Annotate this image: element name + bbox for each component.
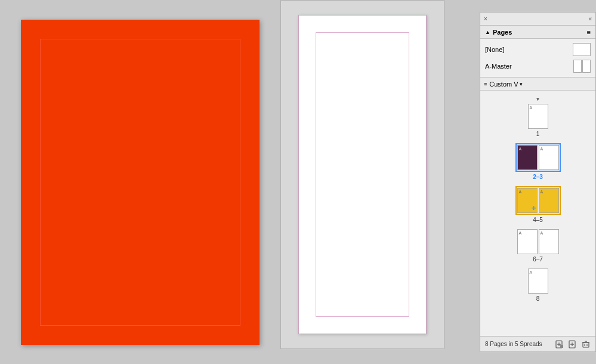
svg-rect-7 — [583, 343, 589, 347]
page-8-a-label: A — [530, 270, 533, 274]
spread-2-3-label: 2–3 — [533, 174, 543, 180]
master-item-none[interactable]: [None] — [480, 41, 595, 58]
left-canvas — [0, 0, 280, 364]
page-5-a-label: A — [541, 190, 543, 194]
panel-bottom-bar: 8 Pages in 5 Spreads — [480, 336, 595, 351]
master-none-label: [None] — [485, 46, 570, 53]
view-label-icon: ≡ — [484, 81, 487, 87]
spread-6-7-label: 6–7 — [533, 256, 543, 263]
page-3-a-label: A — [541, 147, 543, 151]
spread-4-5-thumbs: A ✛ A — [515, 186, 561, 215]
master-a-label: A-Master — [485, 63, 573, 70]
pages-panel: × « ▲ Pages ≡ [None] A-Master ≡ Custom V… — [480, 12, 596, 352]
panel-top-bar: × « — [480, 13, 595, 26]
spread-6-7: A A 6–7 — [480, 226, 595, 265]
bottom-bar-icons — [555, 340, 591, 349]
page-thumb-2[interactable]: A — [517, 145, 538, 170]
orange-page-margin — [40, 39, 240, 326]
delete-page-button[interactable] — [581, 340, 591, 349]
spread-2-3-thumbs: A A — [515, 143, 561, 172]
page-7-a-label: A — [541, 231, 543, 235]
spread-2-3: A A 2–3 — [480, 140, 595, 183]
master-a-thumb-right — [582, 60, 591, 73]
cursor-indicator: ✛ — [532, 205, 536, 211]
master-a-thumb-left — [573, 60, 582, 73]
panel-title: Pages — [493, 29, 512, 36]
new-master-page-button[interactable] — [555, 340, 564, 349]
page-thumb-1[interactable]: A — [528, 104, 548, 129]
spread-8-label: 8 — [536, 295, 540, 302]
page-thumb-4[interactable]: A ✛ — [517, 188, 538, 213]
page-thumb-3[interactable]: A — [539, 145, 559, 170]
pages-section: ▼ A 1 A A 2–3 A — [480, 91, 595, 336]
page-thumb-8[interactable]: A — [528, 269, 548, 294]
page-2-a-label: A — [519, 147, 522, 151]
spread-1-thumbs: A — [528, 104, 548, 129]
white-page — [298, 15, 427, 334]
view-label-text: Custom V — [489, 81, 518, 88]
page-thumb-6[interactable]: A — [517, 229, 538, 254]
panel-menu-icon[interactable]: ≡ — [587, 29, 591, 36]
masters-section: [None] A-Master — [480, 39, 595, 78]
master-item-a[interactable]: A-Master — [480, 58, 595, 75]
panel-collapse-button[interactable]: « — [588, 16, 592, 22]
page-6-a-label: A — [519, 231, 522, 235]
pages-count-text: 8 Pages in 5 Spreads — [485, 341, 555, 347]
new-page-button[interactable] — [568, 340, 578, 349]
white-page-margin — [316, 32, 409, 317]
panel-title-bar: ▲ Pages ≡ — [480, 26, 595, 39]
right-canvas — [280, 0, 444, 349]
master-none-thumb — [573, 43, 591, 56]
orange-page — [21, 20, 260, 345]
panel-title-arrow: ▲ — [485, 29, 490, 35]
spread-4-5: A ✛ A 4–5 — [480, 183, 595, 226]
page-thumb-5[interactable]: A — [539, 188, 559, 213]
spread-1-label: 1 — [536, 131, 540, 137]
page-1-a-label: A — [530, 106, 533, 110]
spread-8: A 8 — [480, 265, 595, 304]
view-label-dropdown-icon[interactable]: ▾ — [520, 81, 523, 87]
spread-4-5-label: 4–5 — [533, 217, 543, 223]
spread-6-7-thumbs: A A — [517, 229, 559, 254]
view-label-bar[interactable]: ≡ Custom V ▾ — [480, 78, 595, 91]
spread-1: ▼ A 1 — [480, 93, 595, 140]
page-thumb-7[interactable]: A — [539, 229, 559, 254]
spread-8-thumbs: A — [528, 269, 548, 294]
spread-1-arrow: ▼ — [536, 97, 541, 102]
panel-close-button[interactable]: × — [484, 16, 487, 22]
page-4-a-label: A — [519, 190, 522, 194]
master-a-thumb — [573, 60, 591, 73]
svg-rect-3 — [560, 345, 563, 348]
